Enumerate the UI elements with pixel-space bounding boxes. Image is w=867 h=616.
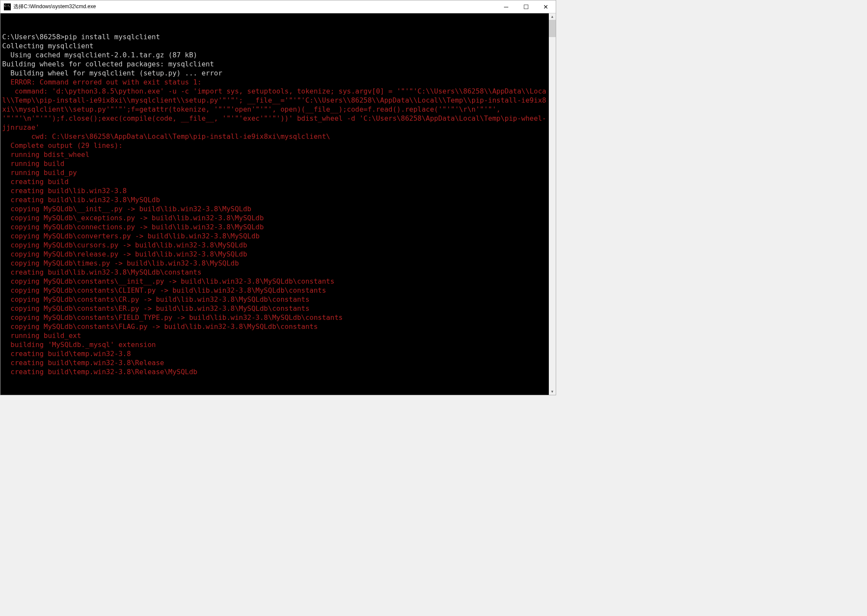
error-line: copying MySQLdb\release.py -> build\lib.… <box>2 250 247 258</box>
error-line: creating build\temp.win32-3.8 <box>2 350 131 358</box>
error-line: copying MySQLdb\constants\CLIENT.py -> b… <box>2 286 326 294</box>
window-title: 选择C:\Windows\system32\cmd.exe <box>13 3 496 10</box>
cmd-window: 选择C:\Windows\system32\cmd.exe ─ ☐ ✕ C:\U… <box>0 0 556 395</box>
close-button[interactable]: ✕ <box>536 0 556 13</box>
error-line: creating build\temp.win32-3.8\Release\My… <box>2 368 197 376</box>
scroll-thumb[interactable] <box>549 20 556 37</box>
error-line: cwd: C:\Users\86258\AppData\Local\Temp\p… <box>2 132 330 141</box>
error-line: running build_ext <box>2 331 81 340</box>
error-line: creating build <box>2 178 69 186</box>
titlebar[interactable]: 选择C:\Windows\system32\cmd.exe ─ ☐ ✕ <box>0 0 556 13</box>
command-text: pip install mysqlclient <box>65 33 160 41</box>
error-line: creating build\lib.win32-3.8\MySQLdb <box>2 196 160 204</box>
error-line: creating build\temp.win32-3.8\Release <box>2 359 164 367</box>
error-line: copying MySQLdb\constants\FIELD_TYPE.py … <box>2 313 343 322</box>
scroll-down-icon[interactable]: ▼ <box>549 388 556 395</box>
error-line: copying MySQLdb\converters.py -> build\l… <box>2 232 260 240</box>
error-line: running build_py <box>2 169 77 177</box>
cmd-icon <box>4 3 11 10</box>
prompt-text: C:\Users\86258> <box>2 33 65 41</box>
window-controls: ─ ☐ ✕ <box>496 0 556 13</box>
scroll-up-icon[interactable]: ▲ <box>549 13 556 20</box>
output-line: Building wheels for collected packages: … <box>2 60 214 68</box>
error-line: copying MySQLdb\connections.py -> build\… <box>2 223 264 231</box>
error-line: building 'MySQLdb._mysql' extension <box>2 341 156 349</box>
error-line: copying MySQLdb\_exceptions.py -> build\… <box>2 214 264 222</box>
error-line: running bdist_wheel <box>2 150 89 159</box>
error-line: Complete output (29 lines): <box>2 141 122 150</box>
terminal-content: C:\Users\86258>pip install mysqlclient C… <box>2 32 556 376</box>
error-line: creating build\lib.win32-3.8\MySQLdb\con… <box>2 268 201 276</box>
error-line: command: 'd:\python3.8.5\python.exe' -u … <box>2 87 546 131</box>
output-line: Collecting mysqlclient <box>2 42 94 50</box>
minimize-button[interactable]: ─ <box>496 0 516 13</box>
error-line: copying MySQLdb\__init__.py -> build\lib… <box>2 205 251 213</box>
error-line: running build <box>2 159 65 168</box>
output-line: Using cached mysqlclient-2.0.1.tar.gz (8… <box>2 51 197 59</box>
output-line: Building wheel for mysqlclient (setup.py… <box>2 69 222 77</box>
scrollbar[interactable]: ▲ ▼ <box>549 13 556 395</box>
error-line: copying MySQLdb\cursors.py -> build\lib.… <box>2 241 247 249</box>
error-line: copying MySQLdb\constants\__init__.py ->… <box>2 277 335 285</box>
error-line: copying MySQLdb\constants\CR.py -> build… <box>2 295 310 303</box>
terminal-area[interactable]: C:\Users\86258>pip install mysqlclient C… <box>0 13 556 395</box>
maximize-button[interactable]: ☐ <box>516 0 536 13</box>
error-line: copying MySQLdb\constants\ER.py -> build… <box>2 304 310 313</box>
error-line: copying MySQLdb\times.py -> build\lib.wi… <box>2 259 239 267</box>
error-line: creating build\lib.win32-3.8 <box>2 187 127 195</box>
error-line: ERROR: Command errored out with exit sta… <box>2 78 201 86</box>
error-line: copying MySQLdb\constants\FLAG.py -> bui… <box>2 322 318 331</box>
